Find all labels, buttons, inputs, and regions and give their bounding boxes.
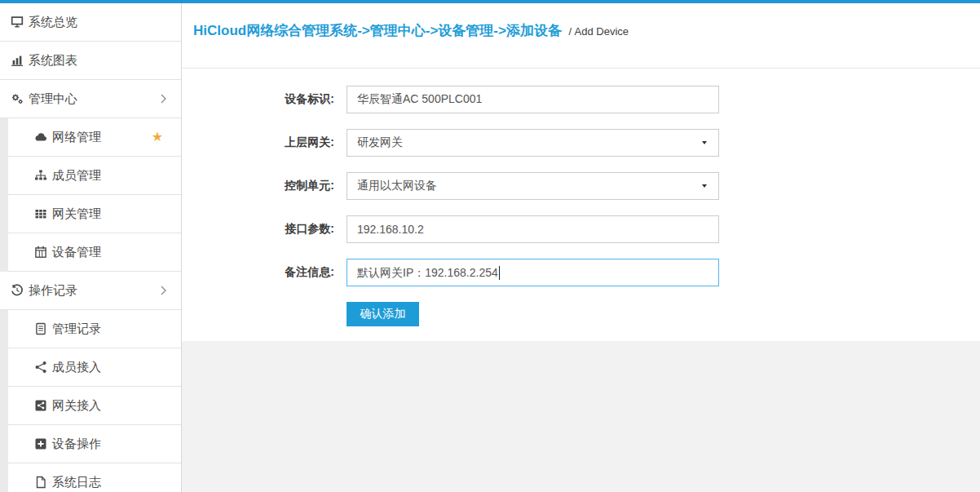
cogs-icon: [11, 92, 24, 105]
control-unit-label: 控制单元:: [182, 179, 347, 193]
form-row-remark: 备注信息: 默认网关IP：192.168.2.254: [182, 259, 980, 286]
sidebar-item-device-operation[interactable]: 设备操作: [0, 425, 181, 463]
sidebar-item-management-center[interactable]: 管理中心: [0, 80, 181, 118]
footer-area: [182, 341, 980, 492]
sidebar-item-member-access[interactable]: 成员接入: [0, 348, 181, 387]
upper-gateway-select[interactable]: 研发网关: [347, 129, 719, 157]
sidebar-item-label: 系统日志: [52, 475, 101, 490]
interface-params-input[interactable]: [347, 215, 719, 243]
sidebar-item-system-overview[interactable]: 系统总览: [0, 3, 181, 42]
share-icon: [34, 361, 47, 374]
sidebar-item-network-management[interactable]: 网络管理 ★: [0, 118, 181, 157]
sidebar-item-label: 管理中心: [29, 91, 77, 107]
sidebar-item-gateway-management[interactable]: 网关管理: [0, 195, 181, 233]
remark-label: 备注信息:: [182, 265, 347, 280]
sidebar-item-label: 管理记录: [52, 321, 101, 337]
sidebar-item-gateway-access[interactable]: 网关接入: [0, 387, 181, 425]
calendar-icon: [34, 246, 47, 259]
sidebar-item-label: 网关接入: [52, 398, 101, 414]
sitemap-icon: [34, 169, 47, 182]
sidebar-item-label: 设备管理: [52, 245, 101, 260]
desktop-icon: [11, 16, 24, 29]
selected-option: 研发网关: [357, 135, 403, 150]
text-cursor: [499, 266, 500, 280]
form-row-upper-gateway: 上层网关: 研发网关: [182, 129, 980, 157]
chevron-right-icon: [161, 286, 166, 295]
sidebar-item-member-management[interactable]: 成员管理: [0, 157, 181, 195]
breadcrumb-subtitle: / Add Device: [568, 25, 629, 38]
selected-option: 通用以太网设备: [357, 179, 437, 193]
interface-params-label: 接口参数:: [182, 222, 347, 237]
cloud-icon: [34, 131, 47, 144]
sidebar-item-label: 系统图表: [29, 53, 77, 69]
sidebar-item-label: 设备操作: [52, 437, 101, 452]
add-device-form: 设备标识: 上层网关: 研发网关 控制单元: 通用以太网设备: [182, 69, 980, 341]
sidebar-item-label: 系统总览: [29, 15, 77, 30]
star-icon[interactable]: ★: [152, 131, 163, 144]
sidebar-item-label: 成员管理: [52, 168, 101, 184]
main-content: HiCloud网络综合管理系统->管理中心->设备管理->添加设备 / Add …: [182, 3, 980, 492]
chevron-right-icon: [161, 94, 166, 104]
sidebar-item-label: 网关管理: [52, 206, 101, 222]
form-row-device-id: 设备标识:: [182, 86, 980, 113]
upper-gateway-label: 上层网关:: [182, 135, 347, 150]
share-square-icon: [34, 399, 47, 412]
breadcrumb: HiCloud网络综合管理系统->管理中心->设备管理->添加设备: [193, 23, 562, 38]
file-icon: [34, 476, 47, 489]
page-header: HiCloud网络综合管理系统->管理中心->设备管理->添加设备 / Add …: [182, 3, 980, 69]
sidebar-item-system-logs[interactable]: 系统日志: [0, 463, 181, 492]
sidebar-item-management-records[interactable]: 管理记录: [0, 310, 181, 348]
layout: 系统总览 系统图表 管理中心: [0, 3, 980, 492]
form-row-interface-params: 接口参数:: [182, 215, 980, 243]
sidebar-item-system-charts[interactable]: 系统图表: [0, 42, 181, 80]
file-text-icon: [34, 322, 47, 335]
sidebar-item-label: 成员接入: [52, 360, 101, 375]
sidebar-item-device-management[interactable]: 设备管理: [0, 233, 181, 272]
plus-square-icon: [34, 437, 47, 450]
remark-input[interactable]: 默认网关IP：192.168.2.254: [347, 259, 719, 286]
sidebar-item-operation-records[interactable]: 操作记录: [0, 272, 181, 310]
remark-value: 默认网关IP：192.168.2.254: [357, 259, 498, 286]
device-id-label: 设备标识:: [182, 92, 347, 107]
sidebar-item-label: 操作记录: [29, 283, 77, 299]
grid-icon: [34, 207, 47, 220]
sidebar-item-label: 网络管理: [52, 130, 101, 145]
chevron-down-icon: [702, 184, 707, 188]
confirm-add-button[interactable]: 确认添加: [347, 302, 419, 326]
bar-chart-icon: [11, 54, 24, 67]
device-id-input[interactable]: [347, 86, 719, 113]
history-icon: [11, 284, 24, 297]
page: 系统总览 系统图表 管理中心: [0, 0, 980, 492]
sidebar: 系统总览 系统图表 管理中心: [0, 3, 182, 492]
control-unit-select[interactable]: 通用以太网设备: [347, 172, 719, 200]
form-row-control-unit: 控制单元: 通用以太网设备: [182, 172, 980, 200]
chevron-down-icon: [702, 141, 707, 144]
